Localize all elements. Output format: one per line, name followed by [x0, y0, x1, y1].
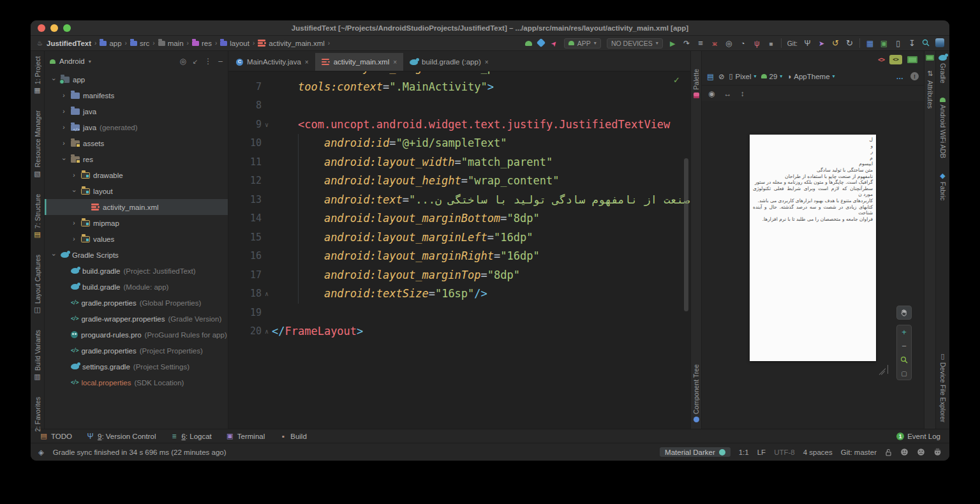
breadcrumb-item[interactable]: src — [130, 40, 149, 47]
android-assistant[interactable] — [525, 40, 532, 47]
line-number[interactable]: 9 — [228, 115, 262, 135]
tree-item-build-gradle[interactable]: build.gradle(Project: JustifiedText) — [45, 263, 228, 279]
line-number[interactable]: 10 — [228, 134, 262, 153]
event-log-button[interactable]: 1 Event Log — [896, 433, 940, 440]
code-line[interactable]: 7 tools:context=".MainActivity"> — [228, 78, 690, 97]
tree-item-drawable[interactable]: ›drawable — [45, 167, 228, 183]
line-number[interactable]: 13 — [228, 191, 262, 210]
run-button[interactable]: ▶ — [669, 40, 677, 47]
line-number[interactable]: 20 — [228, 322, 262, 341]
run-config-selector[interactable]: APP▾ — [564, 38, 601, 48]
sdk-manager[interactable]: ↧ — [908, 39, 916, 47]
tab-mainactivity-java[interactable]: CMainActivity.java× — [230, 53, 315, 71]
line-separator[interactable]: LF — [757, 448, 766, 456]
sidebar-item-build-variants[interactable]: ▥Build Variants — [33, 330, 41, 380]
close-tab-icon[interactable]: × — [485, 59, 489, 66]
pan-hand-icon[interactable] — [896, 306, 912, 320]
rocket-pin[interactable]: ➤ — [550, 40, 558, 47]
stop-button[interactable]: ■ — [767, 40, 775, 47]
orientation-h-icon[interactable]: ↔ — [724, 89, 731, 98]
line-number[interactable]: 7 — [228, 78, 262, 97]
breadcrumb-item[interactable]: app — [100, 40, 121, 47]
profiler[interactable]: ◔ — [739, 40, 747, 47]
breadcrumb-item[interactable]: ♨JustifiedText — [36, 40, 91, 47]
resize-handle[interactable] — [879, 365, 888, 374]
breadcrumb-item[interactable]: main — [158, 40, 184, 47]
zoom-in-icon[interactable]: + — [902, 328, 907, 336]
tree-item-manifests[interactable]: ›manifests — [45, 87, 228, 103]
tree-item-mipmap[interactable]: ›mipmap — [45, 215, 228, 231]
device-preview-screen[interactable]: لورمایپسوممتن ساختگی با تولید سادگینامفه… — [750, 135, 876, 361]
tree-caret-icon[interactable]: › — [70, 172, 78, 179]
gem[interactable] — [538, 40, 544, 47]
api-selector[interactable]: 29▾ — [761, 73, 783, 80]
caret-position[interactable]: 1:1 — [739, 448, 749, 456]
toolwindow-tab-device-file-explorer[interactable]: ▯Device File Explorer — [939, 353, 947, 422]
incognito-icon[interactable] — [933, 448, 942, 456]
sad-face-icon[interactable] — [917, 448, 925, 456]
theme-selector[interactable]: ◑ AppTheme▾ — [787, 73, 835, 80]
run-coverage[interactable]: ◎ — [725, 40, 733, 47]
tree-item-gradle-properties[interactable]: </>gradle.properties(Global Properties) — [45, 295, 228, 311]
editor-scrollbar[interactable] — [684, 158, 688, 311]
design-mini-icon[interactable] — [926, 55, 934, 61]
tree-caret-icon[interactable]: › — [60, 92, 68, 99]
code-editor[interactable]: android:layout_height="match_parent"7 to… — [228, 71, 690, 429]
readonly-lock-icon[interactable] — [885, 448, 892, 456]
tree-item-gradle-scripts[interactable]: ›Gradle Scripts — [45, 247, 228, 263]
zoom-fit-icon[interactable] — [900, 356, 908, 365]
sidebar-item-resource-manager[interactable]: ▧Resource Manager — [33, 110, 41, 177]
tree-item-values[interactable]: ›values — [45, 231, 228, 247]
attach-debugger[interactable]: ↷ — [683, 40, 691, 47]
tree-item-java[interactable]: ›java(generated) — [45, 119, 228, 135]
component-tree-tab[interactable]: Component Tree — [692, 364, 700, 422]
line-number[interactable] — [228, 71, 262, 78]
inspection-ok-icon[interactable]: ✓ — [673, 75, 680, 85]
toolwindow-button-terminal[interactable]: ▣Terminal — [226, 433, 265, 440]
toolwindow-button--version-control[interactable]: Ψ9: Version Control — [86, 433, 156, 440]
happy-face-icon[interactable] — [900, 448, 909, 456]
design-canvas[interactable]: لورمایپسوممتن ساختگی با تولید سادگینامفه… — [702, 102, 924, 429]
git-push[interactable]: ➤ — [817, 40, 826, 47]
line-number[interactable]: 12 — [228, 172, 262, 191]
tree-item-layout[interactable]: ›layout — [45, 183, 228, 199]
tree-item-java[interactable]: ›java — [45, 103, 228, 119]
device-selector-design[interactable]: ▯ Pixel▾ — [729, 72, 757, 80]
code-view-icon[interactable]: <> — [878, 56, 884, 63]
line-number[interactable]: 15 — [228, 228, 262, 248]
design-view-icon[interactable] — [907, 56, 917, 63]
tree-item-activity-main-xml[interactable]: activity_main.xml — [45, 199, 228, 215]
zoom-out-icon[interactable]: − — [902, 342, 907, 350]
sidebar-item-7-structure[interactable]: ▤7: Structure — [33, 194, 41, 238]
orientation-v-icon[interactable]: ↕ — [740, 89, 744, 98]
fold-marker-icon[interactable]: ∨ — [262, 115, 272, 135]
tree-item-gradle-properties[interactable]: </>gradle.properties(Project Properties) — [45, 343, 228, 359]
tree-caret-icon[interactable]: › — [70, 219, 78, 226]
apply-changes[interactable]: ψ — [753, 40, 761, 47]
collapse-all-icon[interactable]: ↙ — [193, 58, 198, 65]
hide-panel-icon[interactable]: – — [218, 57, 223, 66]
git-branch-widget[interactable]: Git: master — [841, 448, 877, 456]
zoom-reset-icon[interactable]: ▢ — [901, 371, 907, 377]
fold-marker-icon[interactable]: ∧ — [262, 322, 272, 341]
build-project[interactable]: ≡ — [697, 39, 705, 47]
file-encoding[interactable]: UTF-8 — [774, 448, 795, 456]
avd-manager[interactable]: ▯ — [894, 40, 902, 47]
tree-item-proguard-rules-pro[interactable]: proguard-rules.pro(ProGuard Rules for ap… — [45, 327, 228, 343]
breadcrumb-item[interactable]: layout — [220, 40, 249, 47]
profile-avatar[interactable] — [935, 38, 944, 48]
code-line[interactable]: 19 — [228, 304, 690, 323]
toolwindow-tab-gradle[interactable]: Gradle — [939, 55, 947, 84]
tree-caret-icon[interactable]: › — [60, 124, 68, 131]
code-line[interactable]: 20∧</FrameLayout> — [228, 322, 690, 341]
tree-item-gradle-wrapper-properties[interactable]: </>gradle-wrapper.properties(Gradle Vers… — [45, 311, 228, 327]
split-view-icon[interactable]: <> — [889, 55, 902, 64]
tree-item-local-properties[interactable]: </>local.properties(SDK Location) — [45, 374, 228, 390]
panel-options-icon[interactable]: ⋮ — [204, 57, 212, 66]
tree-item-app[interactable]: ›app — [45, 71, 228, 87]
view-options-eye-icon[interactable]: ◉ — [708, 89, 715, 98]
breadcrumb-item[interactable]: res — [192, 40, 212, 47]
sidebar-item-1-project[interactable]: ▦1: Project — [33, 56, 41, 94]
device-selector[interactable]: NO DEVICES▾ — [607, 38, 663, 48]
line-number[interactable]: 14 — [228, 209, 262, 228]
